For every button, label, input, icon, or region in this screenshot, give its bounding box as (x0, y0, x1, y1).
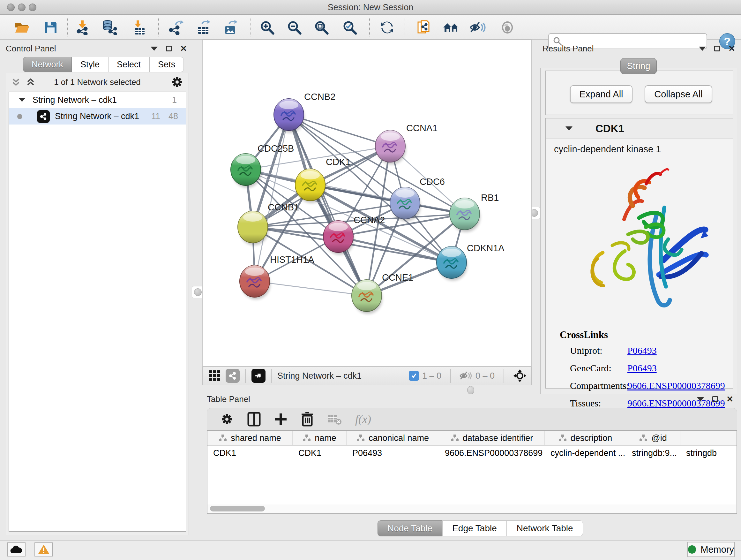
export-network-icon (169, 20, 184, 35)
float-panel-icon[interactable] (714, 46, 720, 51)
tab-select[interactable]: Select (108, 57, 149, 72)
show-columns-icon[interactable] (247, 412, 261, 427)
import-network-from-file-button[interactable] (74, 18, 91, 37)
collapse-collection-icon[interactable] (19, 98, 25, 102)
warnings-button[interactable] (35, 543, 53, 557)
table-cell[interactable]: CDK1 (207, 446, 293, 460)
crosslink-label: GeneCard: (570, 363, 627, 374)
tab-style[interactable]: Style (72, 57, 108, 72)
hide-glass-panel-button[interactable] (469, 18, 487, 37)
window-title: Session: New Session (0, 3, 741, 12)
crosslink-value-link[interactable]: P06493 (627, 363, 657, 374)
column-header-label: database identifier (463, 433, 533, 443)
table-settings-gear-icon[interactable] (220, 412, 234, 426)
collapse-all-button[interactable]: Collapse All (645, 85, 712, 103)
table-horizontal-scrollbar[interactable] (207, 504, 736, 513)
column-header-name[interactable]: name (293, 431, 347, 445)
export-table-button[interactable] (194, 18, 212, 37)
node-CDK1[interactable] (295, 169, 326, 203)
table-cell[interactable]: CDK1 (293, 446, 347, 460)
node-CDC6[interactable] (390, 187, 421, 221)
tab-string[interactable]: String (620, 58, 657, 74)
tab-node-table[interactable]: Node Table (378, 520, 442, 537)
scrollbar-thumb[interactable] (210, 506, 265, 511)
close-panel-icon[interactable]: ✕ (726, 395, 733, 403)
float-panel-icon[interactable] (166, 46, 172, 51)
zoom-fit-button[interactable] (313, 18, 330, 37)
table-cell[interactable]: stringdb:9... (626, 446, 680, 460)
close-panel-icon[interactable]: ✕ (180, 44, 187, 53)
home-button[interactable] (442, 18, 460, 37)
export-image-button[interactable] (221, 18, 239, 37)
memory-button[interactable]: Memory (687, 542, 735, 557)
import-table-from-file-button[interactable] (129, 18, 147, 37)
delete-table-icon[interactable] (327, 414, 342, 425)
panel-menu-icon[interactable] (697, 397, 704, 401)
network-collection-row[interactable]: String Network – cdk1 1 (9, 92, 186, 108)
edge-CCNB2-CCNE1[interactable] (289, 115, 367, 296)
network-view-canvas[interactable]: CCNB2CCNA1CDC25BCDK1CDC6RB1CCNB1CCNA2CDK… (202, 40, 532, 367)
gear-icon[interactable] (170, 75, 184, 89)
table-cell[interactable]: stringdb (680, 446, 737, 460)
zoom-out-icon (287, 20, 301, 35)
refresh-button[interactable] (378, 18, 396, 37)
birds-eye-view-icon[interactable] (513, 369, 527, 383)
node-CDC25B[interactable] (231, 153, 261, 188)
node-CCNB1[interactable] (238, 211, 268, 245)
tab-network-table[interactable]: Network Table (507, 520, 583, 537)
grid-view-icon[interactable] (208, 369, 222, 383)
node-CDKN1A[interactable] (436, 246, 467, 281)
node-HIST1H1A[interactable] (240, 265, 270, 300)
network-row[interactable]: String Network – cdk1 11 48 (9, 108, 186, 125)
column-header-canonical-name[interactable]: canonical name (347, 431, 439, 445)
collapse-gene-icon[interactable] (565, 126, 572, 131)
edge-CCNE1-HIST1H1A[interactable] (255, 281, 367, 296)
table-cell[interactable]: P06493 (347, 446, 439, 460)
selected-nodes-checkbox[interactable] (409, 371, 419, 381)
cloud-status-button[interactable] (7, 543, 25, 557)
network-view-toolbar: String Network – cdk1 1 – 0 0 – 0 (202, 367, 532, 385)
zoom-in-button[interactable] (258, 18, 276, 37)
zoom-fit-icon (314, 20, 329, 35)
tab-sets[interactable]: Sets (149, 57, 184, 72)
table-toolbar: f(x) (207, 408, 737, 430)
column-header-database-identifier[interactable]: database identifier (439, 431, 545, 445)
import-network-from-database-button[interactable] (101, 18, 119, 37)
table-row[interactable]: CDK1CDK1P064939606.ENSP00000378699cyclin… (207, 446, 737, 460)
column-header-description[interactable]: description (545, 431, 626, 445)
gene-section-header[interactable]: CDK1 (546, 118, 733, 139)
column-header-shared-name[interactable]: shared name (207, 431, 293, 445)
add-column-icon[interactable] (274, 413, 287, 426)
close-panel-icon[interactable]: ✕ (728, 44, 735, 53)
delete-column-icon[interactable] (301, 412, 314, 427)
node-RB1[interactable] (450, 198, 480, 232)
hidden-items-icon (460, 370, 472, 381)
clone-network-button[interactable] (415, 18, 433, 37)
table-cell[interactable]: 9606.ENSP00000378699 (439, 446, 545, 460)
database-import-icon (102, 20, 118, 35)
node-CCNA2[interactable] (323, 221, 354, 255)
table-cell[interactable]: cyclin-dependent ... (545, 446, 626, 460)
tab-edge-table[interactable]: Edge Table (442, 520, 507, 537)
zoom-selected-button[interactable] (341, 18, 359, 37)
panel-menu-icon[interactable] (699, 47, 706, 51)
network-view-mode-icon[interactable] (226, 369, 240, 383)
crosslink-value-link[interactable]: P06493 (627, 345, 657, 356)
export-network-button[interactable] (167, 18, 185, 37)
show-hide-button[interactable] (498, 18, 516, 37)
zoom-out-button[interactable] (285, 18, 303, 37)
column-header--id[interactable]: @id (626, 431, 680, 445)
float-panel-icon[interactable] (712, 396, 718, 402)
detach-view-icon[interactable] (252, 369, 266, 383)
tab-network[interactable]: Network (23, 57, 72, 72)
crosslink-value-link[interactable]: 9606.ENSP00000378699 (627, 380, 725, 391)
network-view-title: String Network – cdk1 (277, 371, 361, 381)
function-builder-button[interactable]: f(x) (355, 413, 371, 426)
node-CCNE1[interactable] (352, 280, 382, 314)
node-CCNA1[interactable] (375, 130, 406, 165)
column-header-namespace[interactable]: namespace (680, 431, 737, 445)
panel-menu-icon[interactable] (151, 47, 158, 51)
save-session-button[interactable] (42, 18, 60, 37)
open-session-button[interactable] (13, 18, 31, 37)
expand-all-button[interactable]: Expand All (570, 85, 632, 103)
